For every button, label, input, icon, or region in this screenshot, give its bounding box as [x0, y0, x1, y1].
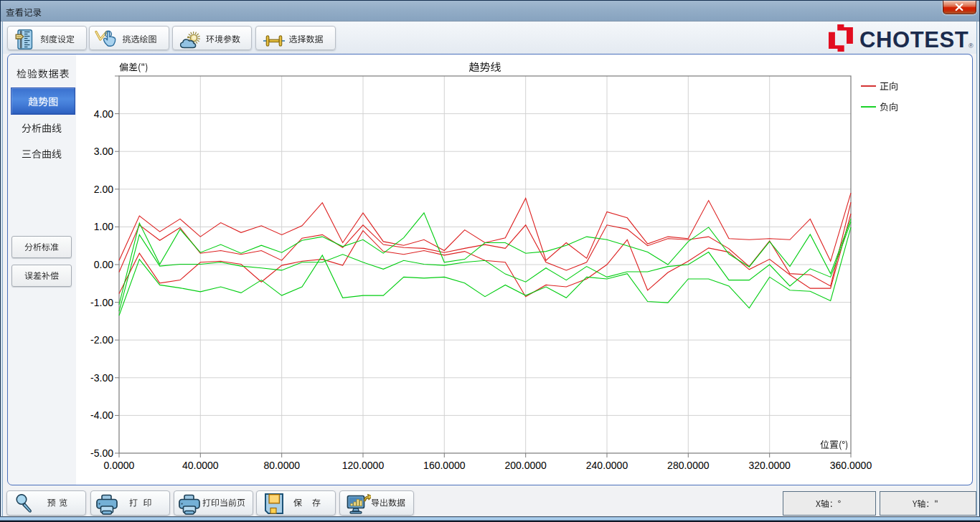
svg-text:0.00: 0.00	[94, 259, 113, 270]
svg-text:-5.00: -5.00	[90, 447, 113, 459]
svg-text:80.0000: 80.0000	[263, 460, 300, 471]
svg-text:240.0000: 240.0000	[586, 460, 628, 471]
svg-text:-1.00: -1.00	[90, 297, 113, 308]
svg-text:3.00: 3.00	[94, 146, 113, 157]
svg-text:-2.00: -2.00	[90, 334, 113, 346]
svg-text:4.00: 4.00	[94, 108, 113, 120]
svg-text:2.00: 2.00	[94, 184, 113, 195]
svg-text:-3.00: -3.00	[90, 372, 113, 384]
svg-text:320.0000: 320.0000	[748, 460, 791, 471]
svg-text:120.0000: 120.0000	[342, 460, 385, 471]
svg-text:280.0000: 280.0000	[667, 460, 710, 471]
svg-text:-4.00: -4.00	[90, 409, 113, 421]
svg-text:360.0000: 360.0000	[830, 460, 872, 471]
svg-text:40.0000: 40.0000	[182, 460, 219, 471]
svg-text:0.0000: 0.0000	[104, 460, 135, 471]
svg-text:200.0000: 200.0000	[504, 460, 547, 471]
svg-text:1.00: 1.00	[94, 221, 113, 232]
svg-text:160.0000: 160.0000	[423, 460, 466, 471]
